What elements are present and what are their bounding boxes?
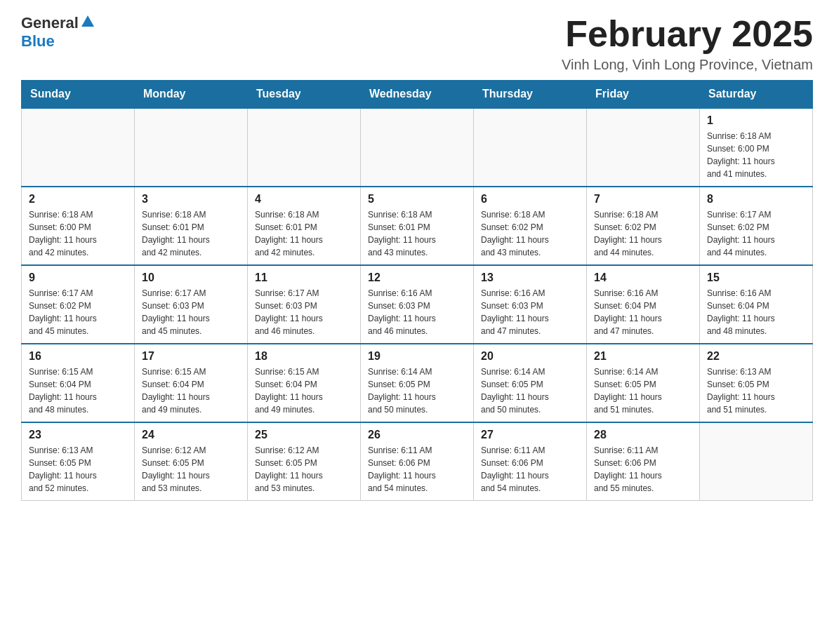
calendar-cell: 5Sunrise: 6:18 AMSunset: 6:01 PMDaylight…	[361, 187, 474, 265]
day-number: 11	[255, 271, 353, 284]
day-number: 20	[481, 350, 579, 363]
calendar-header: SundayMondayTuesdayWednesdayThursdayFrid…	[22, 81, 813, 109]
weekday-header-saturday: Saturday	[700, 81, 813, 109]
calendar-cell: 1Sunrise: 6:18 AMSunset: 6:00 PMDaylight…	[700, 108, 813, 187]
calendar-cell: 14Sunrise: 6:16 AMSunset: 6:04 PMDayligh…	[587, 265, 700, 344]
day-number: 1	[707, 114, 805, 127]
day-info: Sunrise: 6:14 AMSunset: 6:05 PMDaylight:…	[594, 365, 692, 416]
day-info: Sunrise: 6:16 AMSunset: 6:04 PMDaylight:…	[707, 287, 805, 337]
weekday-header-tuesday: Tuesday	[248, 81, 361, 109]
calendar-cell: 13Sunrise: 6:16 AMSunset: 6:03 PMDayligh…	[474, 265, 587, 344]
day-info: Sunrise: 6:16 AMSunset: 6:04 PMDaylight:…	[594, 287, 692, 337]
day-number: 10	[142, 271, 240, 284]
calendar-body: 1Sunrise: 6:18 AMSunset: 6:00 PMDaylight…	[22, 108, 813, 501]
day-number: 18	[255, 350, 353, 363]
calendar-title: February 2025	[562, 14, 813, 54]
day-number: 13	[481, 271, 579, 284]
day-info: Sunrise: 6:11 AMSunset: 6:06 PMDaylight:…	[368, 444, 466, 495]
day-info: Sunrise: 6:18 AMSunset: 6:01 PMDaylight:…	[255, 208, 353, 259]
calendar-subtitle: Vinh Long, Vinh Long Province, Vietnam	[562, 57, 813, 73]
day-number: 2	[29, 193, 127, 206]
logo-blue-label: Blue	[21, 32, 55, 50]
calendar-cell: 17Sunrise: 6:15 AMSunset: 6:04 PMDayligh…	[135, 344, 248, 422]
day-info: Sunrise: 6:17 AMSunset: 6:02 PMDaylight:…	[29, 287, 127, 337]
day-info: Sunrise: 6:17 AMSunset: 6:02 PMDaylight:…	[707, 208, 805, 259]
calendar-cell: 4Sunrise: 6:18 AMSunset: 6:01 PMDaylight…	[248, 187, 361, 265]
calendar-week-1: 1Sunrise: 6:18 AMSunset: 6:00 PMDaylight…	[22, 108, 813, 187]
day-info: Sunrise: 6:15 AMSunset: 6:04 PMDaylight:…	[142, 365, 240, 416]
day-number: 22	[707, 350, 805, 363]
calendar-week-3: 9Sunrise: 6:17 AMSunset: 6:02 PMDaylight…	[22, 265, 813, 344]
day-info: Sunrise: 6:15 AMSunset: 6:04 PMDaylight:…	[255, 365, 353, 416]
day-info: Sunrise: 6:16 AMSunset: 6:03 PMDaylight:…	[481, 287, 579, 337]
calendar-cell	[22, 108, 135, 187]
calendar-cell	[587, 108, 700, 187]
day-info: Sunrise: 6:13 AMSunset: 6:05 PMDaylight:…	[707, 365, 805, 416]
calendar-week-5: 23Sunrise: 6:13 AMSunset: 6:05 PMDayligh…	[22, 422, 813, 501]
day-info: Sunrise: 6:11 AMSunset: 6:06 PMDaylight:…	[481, 444, 579, 495]
day-number: 24	[142, 429, 240, 441]
day-number: 15	[707, 271, 805, 284]
calendar-cell: 9Sunrise: 6:17 AMSunset: 6:02 PMDaylight…	[22, 265, 135, 344]
calendar-cell: 24Sunrise: 6:12 AMSunset: 6:05 PMDayligh…	[135, 422, 248, 501]
day-number: 9	[29, 271, 127, 284]
calendar-cell: 23Sunrise: 6:13 AMSunset: 6:05 PMDayligh…	[22, 422, 135, 501]
calendar-cell	[135, 108, 248, 187]
weekday-header-wednesday: Wednesday	[361, 81, 474, 109]
calendar-cell: 16Sunrise: 6:15 AMSunset: 6:04 PMDayligh…	[22, 344, 135, 422]
weekday-header-monday: Monday	[135, 81, 248, 109]
calendar-cell: 7Sunrise: 6:18 AMSunset: 6:02 PMDaylight…	[587, 187, 700, 265]
day-info: Sunrise: 6:17 AMSunset: 6:03 PMDaylight:…	[142, 287, 240, 337]
calendar-table: SundayMondayTuesdayWednesdayThursdayFrid…	[21, 80, 813, 501]
calendar-cell: 15Sunrise: 6:16 AMSunset: 6:04 PMDayligh…	[700, 265, 813, 344]
day-number: 7	[594, 193, 692, 206]
calendar-cell: 2Sunrise: 6:18 AMSunset: 6:00 PMDaylight…	[22, 187, 135, 265]
logo-general-text: General	[21, 14, 79, 32]
calendar-cell: 28Sunrise: 6:11 AMSunset: 6:06 PMDayligh…	[587, 422, 700, 501]
logo-triangle-icon	[80, 14, 95, 29]
calendar-cell: 6Sunrise: 6:18 AMSunset: 6:02 PMDaylight…	[474, 187, 587, 265]
day-info: Sunrise: 6:12 AMSunset: 6:05 PMDaylight:…	[142, 444, 240, 495]
day-info: Sunrise: 6:14 AMSunset: 6:05 PMDaylight:…	[368, 365, 466, 416]
day-info: Sunrise: 6:12 AMSunset: 6:05 PMDaylight:…	[255, 444, 353, 495]
logo: General Blue	[21, 14, 95, 51]
calendar-cell: 22Sunrise: 6:13 AMSunset: 6:05 PMDayligh…	[700, 344, 813, 422]
calendar-cell: 18Sunrise: 6:15 AMSunset: 6:04 PMDayligh…	[248, 344, 361, 422]
calendar-cell	[361, 108, 474, 187]
day-info: Sunrise: 6:11 AMSunset: 6:06 PMDaylight:…	[594, 444, 692, 495]
day-info: Sunrise: 6:17 AMSunset: 6:03 PMDaylight:…	[255, 287, 353, 337]
day-info: Sunrise: 6:18 AMSunset: 6:02 PMDaylight:…	[481, 208, 579, 259]
title-section: February 2025 Vinh Long, Vinh Long Provi…	[562, 14, 813, 73]
weekday-header-sunday: Sunday	[22, 81, 135, 109]
day-number: 5	[368, 193, 466, 206]
day-info: Sunrise: 6:15 AMSunset: 6:04 PMDaylight:…	[29, 365, 127, 416]
calendar-cell: 21Sunrise: 6:14 AMSunset: 6:05 PMDayligh…	[587, 344, 700, 422]
calendar-cell	[474, 108, 587, 187]
day-number: 27	[481, 429, 579, 441]
weekday-header-thursday: Thursday	[474, 81, 587, 109]
weekday-header-friday: Friday	[587, 81, 700, 109]
day-number: 6	[481, 193, 579, 206]
day-number: 16	[29, 350, 127, 363]
page-header: General Blue February 2025 Vinh Long, Vi…	[21, 14, 813, 73]
calendar-cell: 19Sunrise: 6:14 AMSunset: 6:05 PMDayligh…	[361, 344, 474, 422]
day-info: Sunrise: 6:18 AMSunset: 6:01 PMDaylight:…	[368, 208, 466, 259]
calendar-cell	[248, 108, 361, 187]
day-info: Sunrise: 6:18 AMSunset: 6:01 PMDaylight:…	[142, 208, 240, 259]
calendar-cell: 27Sunrise: 6:11 AMSunset: 6:06 PMDayligh…	[474, 422, 587, 501]
day-number: 8	[707, 193, 805, 206]
logo-word: General	[21, 14, 95, 32]
day-number: 28	[594, 429, 692, 441]
day-number: 19	[368, 350, 466, 363]
day-info: Sunrise: 6:14 AMSunset: 6:05 PMDaylight:…	[481, 365, 579, 416]
calendar-cell: 8Sunrise: 6:17 AMSunset: 6:02 PMDaylight…	[700, 187, 813, 265]
day-info: Sunrise: 6:13 AMSunset: 6:05 PMDaylight:…	[29, 444, 127, 495]
calendar-cell: 3Sunrise: 6:18 AMSunset: 6:01 PMDaylight…	[135, 187, 248, 265]
day-number: 12	[368, 271, 466, 284]
day-number: 3	[142, 193, 240, 206]
calendar-cell: 25Sunrise: 6:12 AMSunset: 6:05 PMDayligh…	[248, 422, 361, 501]
calendar-cell: 12Sunrise: 6:16 AMSunset: 6:03 PMDayligh…	[361, 265, 474, 344]
calendar-cell: 26Sunrise: 6:11 AMSunset: 6:06 PMDayligh…	[361, 422, 474, 501]
logo-blue-text: Blue	[21, 32, 95, 51]
day-info: Sunrise: 6:18 AMSunset: 6:00 PMDaylight:…	[707, 130, 805, 180]
